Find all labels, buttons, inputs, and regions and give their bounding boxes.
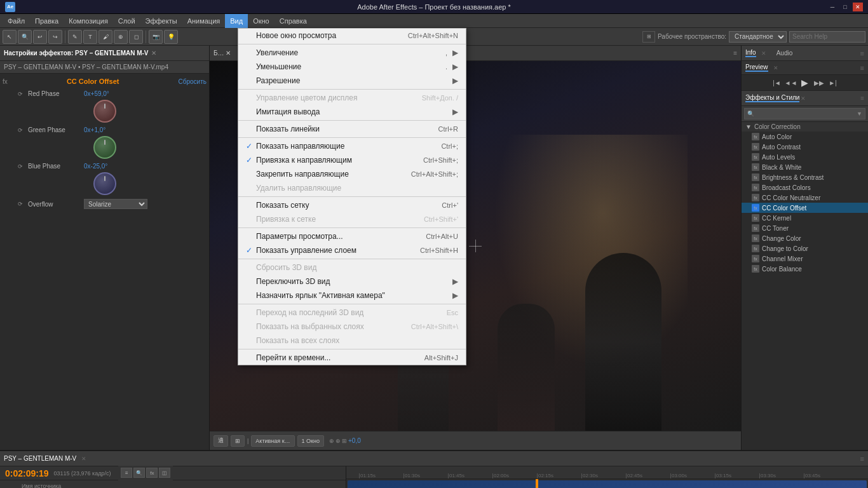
dd-toggle-3d[interactable]: Переключить 3D вид ▶: [238, 274, 466, 288]
dd-show-all: Показать на всех слоях: [238, 334, 466, 348]
dd-show-rulers[interactable]: Показать линейки Ctrl+R: [238, 122, 466, 136]
dropdown-menu: Новое окно просмотра Ctrl+Alt+Shift+N Ув…: [238, 28, 466, 365]
dd-set-active-cam[interactable]: Назначить ярлык "Активная камера" ▶: [238, 288, 466, 302]
dd-show-selected: Показать на выбранных слоях Ctrl+Alt+Shi…: [238, 320, 466, 334]
dd-output-sim[interactable]: Имитация вывода ▶: [238, 105, 466, 119]
dd-zoom-in[interactable]: Увеличение , ▶: [238, 46, 466, 60]
dd-new-view[interactable]: Новое окно просмотра Ctrl+Alt+Shift+N: [238, 29, 466, 43]
dd-snap-grid: Привязка к сетке Ctrl+Shift+': [238, 212, 466, 226]
dd-view-opts[interactable]: Параметры просмотра... Ctrl+Alt+U: [238, 229, 466, 243]
dd-reset-3d: Сбросить 3D вид: [238, 261, 466, 274]
dd-clear-guides: Удалить направляющие: [238, 181, 466, 195]
dd-last-3d: Переход на последний 3D вид Esc: [238, 306, 466, 320]
dd-resolution[interactable]: Разрешение ▶: [238, 74, 466, 88]
dd-snap-guides[interactable]: ✓ Привязка к направляющим Ctrl+Shift+;: [238, 153, 466, 167]
dd-show-layer-ctrl[interactable]: ✓ Показать управление слоем Ctrl+Shift+H: [238, 243, 466, 257]
dd-show-grid[interactable]: Показать сетку Ctrl+': [238, 198, 466, 212]
dd-zoom-out[interactable]: Уменьшение . ▶: [238, 60, 466, 74]
dd-show-guides[interactable]: ✓ Показать направляющие Ctrl+;: [238, 139, 466, 153]
dd-display-mgmt: Управление цветом дисплея Shift+Доп. /: [238, 91, 466, 105]
dd-goto-time[interactable]: Перейти к времени... Alt+Shift+J: [238, 351, 466, 365]
dd-lock-guides[interactable]: Закрепить направляющие Ctrl+Alt+Shift+;: [238, 167, 466, 181]
